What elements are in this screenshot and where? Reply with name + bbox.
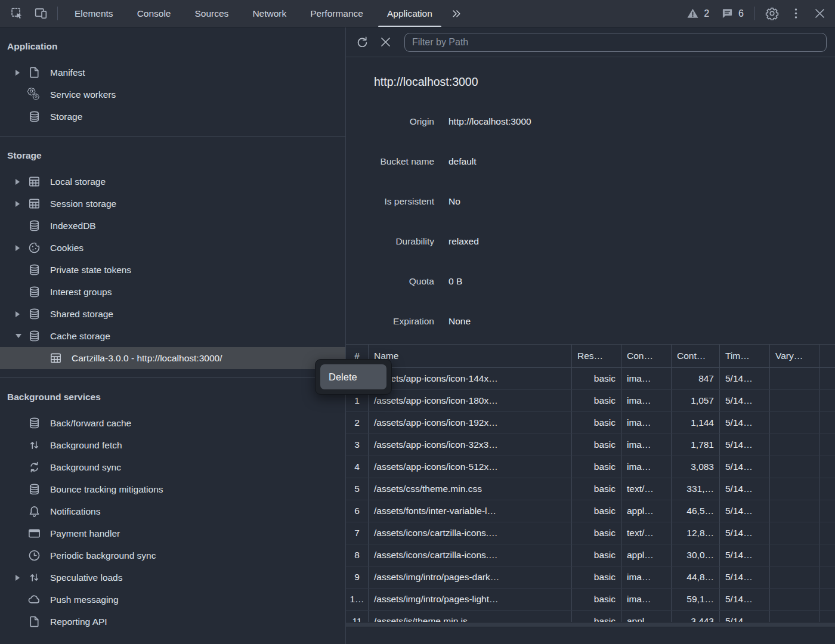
tab-sources[interactable]: Sources — [183, 0, 241, 27]
cache-entry-row[interactable]: 4/assets/app-icons/icon-512x…basicima…3,… — [346, 456, 835, 478]
sidebar-item-payment-handler[interactable]: Payment handler — [0, 522, 345, 544]
sidebar-item-local-storage[interactable]: Local storage — [0, 171, 345, 193]
more-options-button[interactable] — [784, 0, 808, 27]
filter-by-path-input[interactable] — [404, 33, 827, 52]
cache-entry-row[interactable]: 9/assets/img/intro/pages-dark…basicima…4… — [346, 566, 835, 589]
column-header-vary[interactable]: Vary… — [770, 345, 819, 367]
cache-entry-row[interactable]: 6/assets/fonts/inter-variable-l…basicapp… — [346, 500, 835, 522]
column-header-con[interactable]: Con… — [621, 345, 672, 367]
expander-expanded-icon[interactable] — [16, 333, 27, 340]
sidebar-item-label: Background fetch — [50, 440, 122, 451]
column-header-res[interactable]: Res… — [572, 345, 621, 367]
expander-collapsed-icon[interactable] — [16, 200, 27, 208]
cache-cell: 5/14… — [720, 500, 770, 522]
sidebar-item-back-forward-cache[interactable]: Back/forward cache — [0, 412, 345, 434]
clear-button[interactable] — [375, 32, 396, 53]
devtools-body: ApplicationManifestService workersStorag… — [0, 27, 835, 644]
tab-elements[interactable]: Elements — [63, 0, 125, 27]
cache-entry-row[interactable]: 5/assets/css/theme.min.cssbasictext/…331… — [346, 478, 835, 500]
database-icon — [27, 307, 41, 321]
document-icon — [27, 615, 41, 628]
refresh-button[interactable] — [351, 32, 372, 53]
sidebar-item-background-sync[interactable]: Background sync — [0, 456, 345, 478]
panel-tabs: ElementsConsoleSourcesNetworkPerformance… — [63, 0, 444, 27]
cache-cell: ima… — [621, 589, 672, 610]
warnings-badge[interactable]: 2 — [681, 0, 715, 27]
sidebar-item-cache-storage[interactable]: Cache storage — [0, 325, 345, 347]
sidebar-item-push-messaging[interactable]: Push messaging — [0, 589, 345, 611]
cache-entry-row[interactable]: 3/assets/app-icons/icon-32x3…basicima…1,… — [346, 434, 835, 456]
cache-entry-row[interactable]: 1…/assets/img/intro/pages-light…basicima… — [346, 589, 835, 611]
cache-entry-row[interactable]: 1/assets/app-icons/icon-180x…basicima…1,… — [346, 390, 835, 412]
cache-entry-row[interactable]: 0/assets/app-icons/icon-144x…basicima…84… — [346, 368, 835, 390]
warning-count: 2 — [704, 8, 709, 19]
toolbar-right-group: 2 6 — [681, 0, 835, 27]
settings-button[interactable] — [760, 0, 784, 27]
column-header-cont[interactable]: Cont… — [672, 345, 720, 367]
section-title-application: Application — [0, 27, 345, 61]
cache-cell: text/… — [621, 522, 672, 544]
cache-cell — [770, 589, 819, 610]
device-toolbar-button[interactable] — [29, 0, 52, 27]
cache-cell-filler — [819, 566, 835, 588]
sidebar-item-cookies[interactable]: Cookies — [0, 237, 345, 259]
sidebar-item-private-state-tokens[interactable]: Private state tokens — [0, 259, 345, 281]
expander-collapsed-icon[interactable] — [16, 311, 27, 318]
tab-application[interactable]: Application — [375, 0, 444, 27]
expander-spacer — [16, 113, 27, 120]
cache-cell: 7 — [346, 522, 369, 544]
expander-collapsed-icon[interactable] — [16, 178, 27, 185]
tab-performance[interactable]: Performance — [298, 0, 375, 27]
column-header-name[interactable]: Name — [369, 345, 572, 367]
metadata-value: None — [449, 316, 471, 327]
tab-console[interactable]: Console — [125, 0, 183, 27]
sidebar-item-reporting-api[interactable]: Reporting API — [0, 611, 345, 633]
expander-collapsed-icon[interactable] — [16, 244, 27, 252]
sidebar-item-background-fetch[interactable]: Background fetch — [0, 434, 345, 456]
cache-cell: 8 — [346, 544, 369, 566]
sidebar-item-periodic-background-sync[interactable]: Periodic background sync — [0, 544, 345, 566]
triangle-right-icon — [16, 245, 20, 251]
sidebar-item-interest-groups[interactable]: Interest groups — [0, 281, 345, 303]
sidebar-item-speculative-loads[interactable]: Speculative loads — [0, 566, 345, 589]
cache-entry-row[interactable]: 2/assets/app-icons/icon-192x…basicima…1,… — [346, 412, 835, 434]
cache-cell: 12,8… — [672, 522, 720, 544]
expander-spacer — [16, 618, 27, 626]
sidebar-item-bounce-tracking-mitigations[interactable]: Bounce tracking mitigations — [0, 478, 345, 500]
issues-badge[interactable]: 6 — [715, 0, 750, 27]
sidebar-item-indexeddb[interactable]: IndexedDB — [0, 215, 345, 237]
triangle-right-icon — [16, 575, 20, 581]
horizontal-scrollbar[interactable] — [346, 622, 835, 627]
database-icon — [27, 110, 41, 123]
expander-collapsed-icon[interactable] — [16, 69, 27, 76]
sidebar-item-session-storage[interactable]: Session storage — [0, 193, 345, 215]
expander-collapsed-icon[interactable] — [16, 574, 27, 581]
expander-spacer — [16, 552, 27, 559]
sidebar-item-storage[interactable]: Storage — [0, 106, 345, 128]
cache-cell: /assets/icons/cartzilla-icons.… — [369, 522, 572, 544]
more-tabs-button[interactable] — [444, 0, 468, 27]
column-header-tim[interactable]: Tim… — [720, 345, 770, 367]
cache-cell: 5/14… — [720, 390, 770, 411]
cache-cell-filler — [819, 434, 835, 456]
inspect-element-button[interactable] — [5, 0, 29, 27]
sidebar-item-cartzilla-3-0-0-http-localhost-3000[interactable]: Cartzilla-3.0.0 - http://localhost:3000/ — [0, 347, 345, 369]
context-menu-item-delete[interactable]: Delete — [320, 364, 386, 389]
clock-icon — [27, 549, 41, 562]
tab-network[interactable]: Network — [240, 0, 298, 27]
cache-cell — [770, 456, 819, 478]
sidebar-item-notifications[interactable]: Notifications — [0, 500, 345, 522]
sidebar-item-manifest[interactable]: Manifest — [0, 61, 345, 83]
cache-entry-row[interactable]: 8/assets/icons/cartzilla-icons.…basicapp… — [346, 544, 835, 566]
expander-spacer — [37, 355, 49, 362]
cache-cell-filler — [819, 500, 835, 522]
close-devtools-button[interactable] — [808, 0, 831, 27]
sidebar-item-service-workers[interactable]: Service workers — [0, 83, 345, 106]
cache-entry-row[interactable]: 7/assets/icons/cartzilla-icons.…basictex… — [346, 522, 835, 544]
clear-icon — [379, 35, 392, 49]
sidebar-item-shared-storage[interactable]: Shared storage — [0, 303, 345, 325]
toolbar-divider — [57, 7, 58, 20]
entry-preview-pane — [346, 627, 835, 644]
triangle-down-icon — [16, 334, 21, 338]
message-icon — [721, 7, 734, 20]
